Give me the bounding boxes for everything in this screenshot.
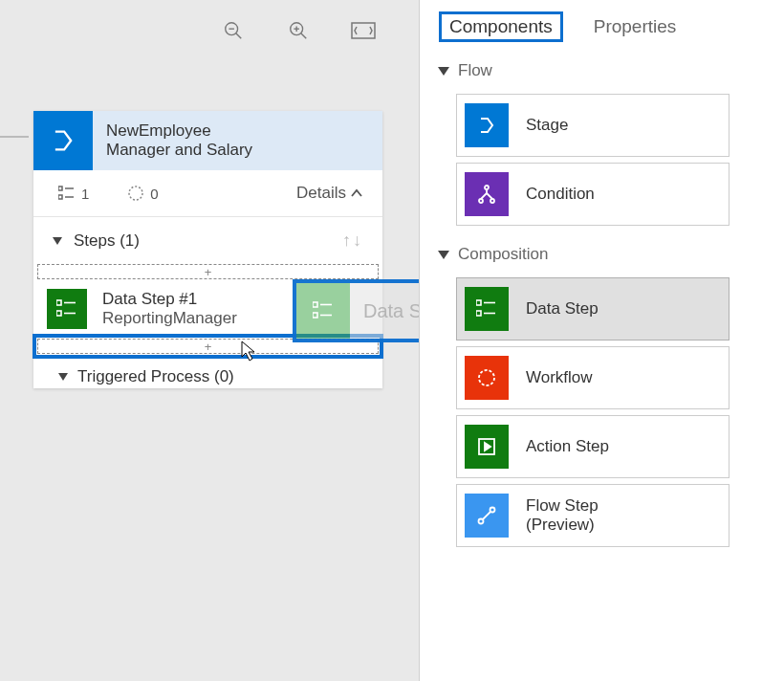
action-step-icon — [465, 425, 509, 469]
component-condition-label: Condition — [509, 185, 595, 204]
component-action-step-label: Action Step — [509, 437, 609, 456]
stage-meta: 1 0 Details — [33, 170, 382, 217]
svg-point-34 — [479, 519, 484, 524]
svg-line-24 — [487, 193, 492, 199]
component-flow-step[interactable]: Flow Step (Preview) — [456, 484, 730, 547]
canvas-toolbar — [220, 17, 377, 44]
svg-rect-17 — [313, 302, 317, 307]
section-flow: Flow Stage Condition — [420, 61, 784, 226]
component-data-step-label: Data Step — [509, 299, 599, 319]
drag-ghost-icon — [296, 283, 350, 339]
triggered-process-row[interactable]: Triggered Process (0) — [33, 354, 382, 388]
details-label: Details — [296, 184, 346, 203]
collapse-triangle-icon[interactable] — [53, 237, 62, 245]
svg-marker-33 — [485, 443, 490, 450]
svg-rect-10 — [58, 195, 62, 199]
collapse-triangle-icon[interactable] — [438, 251, 449, 259]
svg-rect-15 — [56, 311, 61, 316]
meta-count-1: 1 — [81, 186, 89, 202]
svg-rect-29 — [476, 311, 481, 316]
svg-line-4 — [301, 33, 307, 39]
section-flow-label: Flow — [458, 61, 492, 80]
stage-header[interactable]: NewEmployee Manager and Salary — [33, 111, 382, 170]
svg-point-31 — [479, 370, 494, 385]
meta-workflow-count: 0 — [127, 185, 158, 202]
step-subtitle: ReportingManager — [102, 309, 237, 328]
collapse-triangle-icon[interactable] — [438, 67, 449, 76]
components-sidebar: Components Properties Flow Stage — [419, 0, 784, 681]
component-stage-label: Stage — [509, 116, 568, 135]
svg-line-23 — [481, 193, 487, 199]
section-composition-label: Composition — [458, 245, 549, 264]
svg-line-36 — [483, 512, 490, 519]
collapse-triangle-icon[interactable] — [58, 373, 68, 381]
svg-point-25 — [479, 199, 483, 203]
component-flow-step-label: Flow Step (Preview) — [509, 496, 599, 536]
section-composition: Composition Data Step Workflow — [420, 245, 784, 547]
tab-properties-label: Properties — [594, 16, 677, 36]
flow-step-line1: Flow Step — [526, 496, 599, 516]
component-condition[interactable]: Condition — [456, 163, 730, 226]
zoom-out-icon[interactable] — [220, 17, 247, 44]
details-toggle[interactable]: Details — [296, 184, 363, 203]
drop-zone-top[interactable]: + — [37, 264, 379, 279]
svg-point-35 — [490, 508, 495, 513]
svg-point-26 — [490, 199, 494, 203]
meta-count-2: 0 — [150, 186, 158, 202]
tab-components-label: Components — [449, 16, 553, 36]
fit-screen-icon[interactable] — [350, 17, 377, 44]
steps-label: Steps (1) — [74, 231, 140, 251]
stage-icon — [33, 111, 93, 170]
svg-rect-13 — [56, 300, 61, 305]
data-step-icon — [47, 289, 87, 329]
svg-line-1 — [236, 33, 242, 39]
component-data-step[interactable]: Data Step — [456, 277, 730, 340]
stage-card[interactable]: NewEmployee Manager and Salary 1 0 — [33, 111, 382, 388]
section-flow-header[interactable]: Flow — [439, 61, 784, 80]
condition-icon — [465, 172, 509, 216]
connector-line — [0, 136, 29, 138]
component-action-step[interactable]: Action Step — [456, 415, 730, 478]
reorder-arrows-icon[interactable]: ↑↓ — [342, 231, 363, 251]
component-workflow-label: Workflow — [509, 368, 593, 387]
stage-title-line1: NewEmployee — [106, 121, 252, 141]
data-step-icon — [465, 287, 509, 331]
svg-point-12 — [129, 187, 142, 200]
svg-point-21 — [485, 186, 489, 189]
component-workflow[interactable]: Workflow — [456, 346, 730, 409]
component-stage[interactable]: Stage — [456, 94, 730, 157]
workflow-icon — [465, 356, 509, 400]
step-text-block: Data Step #1 ReportingManager — [102, 290, 237, 328]
svg-rect-19 — [313, 313, 317, 318]
tab-components[interactable]: Components — [439, 11, 563, 42]
sidebar-tabs: Components Properties — [420, 11, 784, 42]
zoom-in-icon[interactable] — [285, 17, 312, 44]
flow-step-icon — [465, 494, 509, 538]
triggered-label: Triggered Process (0) — [77, 367, 234, 386]
section-composition-header[interactable]: Composition — [439, 245, 784, 264]
stage-title: NewEmployee Manager and Salary — [93, 111, 266, 170]
tab-properties[interactable]: Properties — [590, 12, 681, 41]
stage-title-line2: Manager and Salary — [106, 141, 252, 160]
flow-step-line2: (Preview) — [526, 516, 599, 535]
svg-rect-27 — [476, 300, 481, 305]
stage-icon — [465, 103, 509, 147]
meta-steps-count: 1 — [58, 186, 89, 202]
svg-rect-8 — [58, 187, 62, 190]
step-title: Data Step #1 — [102, 290, 237, 309]
steps-header: Steps (1) ↑↓ — [33, 217, 382, 264]
